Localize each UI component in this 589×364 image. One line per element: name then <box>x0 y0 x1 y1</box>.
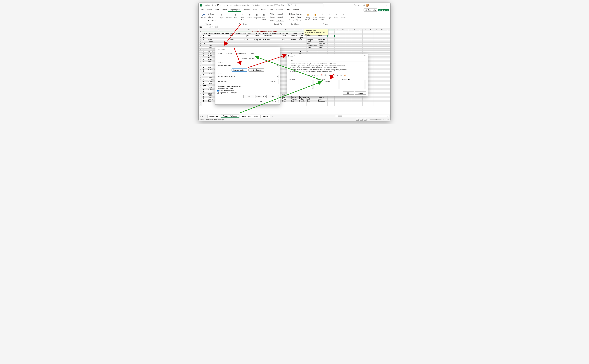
qat-dropdown-icon[interactable]: ▾ <box>226 4 229 6</box>
cell[interactable] <box>368 102 374 104</box>
cell[interactable] <box>385 45 390 47</box>
cell[interactable]: É <box>202 49 207 51</box>
cell[interactable]: E <box>202 47 207 49</box>
row-header-1[interactable]: 1 <box>199 31 202 33</box>
cell[interactable] <box>379 68 385 70</box>
cell[interactable] <box>346 41 351 43</box>
cell[interactable] <box>298 45 306 47</box>
cell[interactable] <box>281 41 291 43</box>
cell[interactable] <box>327 35 334 37</box>
cell[interactable] <box>254 45 263 47</box>
print-button[interactable]: Print... <box>243 95 254 98</box>
row-header-11[interactable]: 11 <box>199 51 202 52</box>
page-setup-launcher[interactable]: ↘ <box>266 23 267 25</box>
cell[interactable] <box>291 51 298 52</box>
dialog-title-bar[interactable]: Page Setup ? ✕ <box>215 47 280 51</box>
ribbon-tab-file[interactable]: File <box>200 8 205 12</box>
cell[interactable]: B <box>202 39 207 41</box>
sheet-tab-sheet1[interactable]: Sheet1 <box>260 115 270 118</box>
column-header-D[interactable]: D <box>244 29 254 31</box>
align-margins-checkbox[interactable]: Align with page margins <box>217 92 279 94</box>
cell[interactable]: York <box>306 98 317 100</box>
cell[interactable] <box>351 43 357 45</box>
column-header-B[interactable]: B <box>207 29 229 31</box>
column-header-M[interactable]: M <box>334 29 340 31</box>
cell[interactable] <box>327 47 334 49</box>
column-header-U[interactable]: U <box>379 29 385 31</box>
cell[interactable] <box>385 82 390 84</box>
cell[interactable] <box>340 104 346 106</box>
cell[interactable]: T <box>202 86 207 88</box>
cell[interactable] <box>281 104 291 106</box>
cell[interactable]: Zara <box>306 100 317 102</box>
cell[interactable] <box>327 43 334 45</box>
cell[interactable] <box>379 45 385 47</box>
cell[interactable] <box>374 58 379 60</box>
column-header-F[interactable]: F <box>263 29 281 31</box>
cell[interactable] <box>291 47 298 49</box>
cancel-formula-icon[interactable]: ✕ <box>211 26 213 28</box>
page-setup-tab-margins[interactable]: Margins <box>224 52 234 55</box>
cell[interactable] <box>368 58 374 60</box>
cell[interactable] <box>357 41 362 43</box>
cell[interactable] <box>368 62 374 64</box>
ribbon-tab-draw[interactable]: Draw <box>221 8 228 12</box>
cell[interactable] <box>346 49 351 51</box>
cell[interactable] <box>298 49 306 51</box>
cell[interactable] <box>229 43 244 45</box>
cell[interactable]: Benjamin <box>254 39 263 41</box>
fx-icon[interactable]: fx <box>215 26 217 28</box>
options-button[interactable]: Options... <box>268 95 279 98</box>
column-header-O[interactable]: O <box>346 29 351 31</box>
zoom-out-button[interactable]: − <box>368 119 369 120</box>
cell[interactable] <box>263 41 281 43</box>
cell[interactable] <box>351 41 357 43</box>
undo-icon[interactable]: ↶▾ <box>220 4 223 6</box>
cell[interactable]: Fi <box>306 51 317 52</box>
cell[interactable]: V <box>202 92 207 94</box>
table-column-header[interactable]: British Forces 1952 <box>229 33 244 35</box>
cell[interactable] <box>379 60 385 62</box>
cell[interactable] <box>346 98 351 100</box>
send-backward-button[interactable]: ◨Send Backward <box>312 12 318 20</box>
cell[interactable]: D <box>202 45 207 47</box>
cell[interactable]: Domodossola <box>306 45 317 47</box>
cell[interactable] <box>202 104 207 106</box>
cell[interactable] <box>374 84 379 86</box>
cell[interactable]: P <box>202 76 207 78</box>
cell[interactable]: lotte <box>306 43 317 45</box>
cell[interactable] <box>351 45 357 47</box>
cell[interactable] <box>385 66 390 68</box>
cell[interactable] <box>317 49 327 51</box>
page-setup-tab-page[interactable]: Page <box>217 52 224 55</box>
cell[interactable] <box>357 100 362 102</box>
cell[interactable]: R <box>202 80 207 82</box>
cell[interactable]: X <box>202 96 207 98</box>
themes-button[interactable]: Aª Themes <box>201 12 207 19</box>
column-header-L[interactable]: L <box>327 29 334 31</box>
cell[interactable] <box>291 102 298 104</box>
cell[interactable] <box>357 35 362 37</box>
cell[interactable] <box>263 45 281 47</box>
cell[interactable] <box>379 88 385 90</box>
cell[interactable] <box>244 45 254 47</box>
row-header-38[interactable]: 38 <box>199 104 202 106</box>
cell[interactable]: Beer <box>244 39 254 41</box>
cell[interactable] <box>385 90 390 92</box>
cell[interactable] <box>357 104 362 106</box>
header-combo[interactable]: Phonetic Alphabets▾ <box>217 64 279 67</box>
cell[interactable] <box>351 96 357 98</box>
cell[interactable] <box>334 49 340 51</box>
dialog-close-button[interactable]: ✕ <box>363 55 367 57</box>
cell[interactable] <box>362 41 368 43</box>
column-header-N[interactable]: N <box>340 29 346 31</box>
cell[interactable] <box>362 98 368 100</box>
cell[interactable] <box>379 35 385 37</box>
cell[interactable] <box>374 60 379 62</box>
cell[interactable] <box>362 96 368 98</box>
row-header-2[interactable]: 2 <box>199 33 202 35</box>
cell[interactable] <box>368 54 374 57</box>
cell[interactable] <box>385 80 390 82</box>
cell[interactable] <box>368 35 374 37</box>
cell[interactable] <box>351 104 357 106</box>
